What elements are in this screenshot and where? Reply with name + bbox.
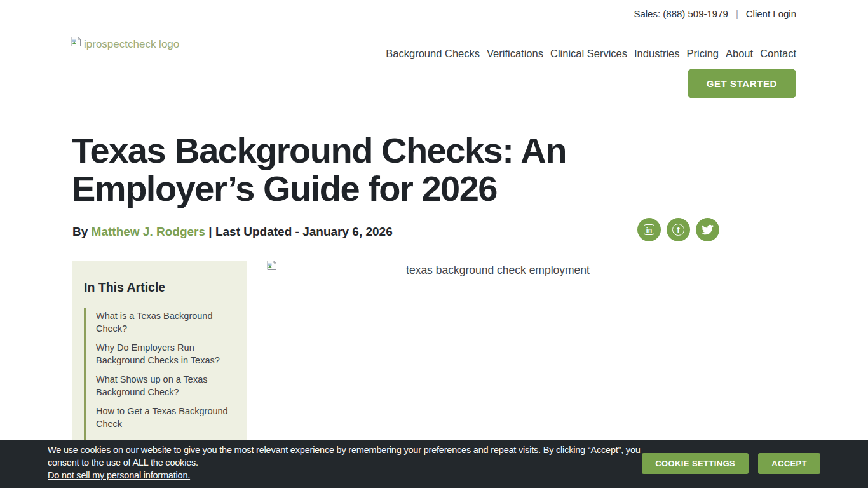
logo[interactable]: iprospectcheck logo [71, 37, 179, 51]
toc-item-what-is[interactable]: What is a Texas Background Check? [96, 309, 230, 335]
linkedin-icon: in [644, 224, 654, 235]
byline-meta: | Last Updated - January 6, 2026 [208, 225, 392, 238]
nav-clinical-services[interactable]: Clinical Services [550, 48, 627, 60]
facebook-share-button[interactable]: f [667, 218, 690, 241]
cookie-settings-button[interactable]: COOKIE SETTINGS [642, 453, 749, 474]
linkedin-share-button[interactable]: in [637, 218, 661, 241]
broken-image-icon [71, 37, 83, 50]
page-title-line2: Employer’s Guide for 2026 [72, 170, 566, 208]
author-link[interactable]: Matthew J. Rodgers [92, 225, 205, 238]
accept-button[interactable]: ACCEPT [758, 453, 820, 474]
main-nav: Background Checks Verifications Clinical… [386, 48, 796, 60]
broken-image-icon [267, 261, 278, 273]
byline: By Matthew J. Rodgers | Last Updated - J… [72, 225, 393, 239]
nav-verifications[interactable]: Verifications [487, 48, 543, 60]
page-title: Texas Background Checks: An Employer’s G… [72, 132, 566, 208]
cookie-banner: We use cookies on our website to give yo… [0, 440, 868, 488]
twitter-share-button[interactable] [696, 218, 719, 241]
nav-contact[interactable]: Contact [760, 48, 796, 60]
get-started-button[interactable]: GET STARTED [688, 69, 796, 98]
sales-phone: Sales: (888) 509-1979 [634, 8, 728, 19]
nav-industries[interactable]: Industries [634, 48, 680, 60]
hero-image-alt-text: texas background check employment [267, 264, 729, 277]
topbar: Sales: (888) 509-1979 | Client Login [634, 8, 796, 19]
client-login-link[interactable]: Client Login [746, 8, 796, 19]
page-title-line1: Texas Background Checks: An [72, 132, 566, 170]
hero-image: texas background check employment [267, 259, 729, 277]
twitter-icon [702, 224, 714, 236]
byline-prefix: By [72, 225, 88, 238]
logo-alt-text: iprospectcheck logo [84, 38, 179, 51]
toc-item-why-run[interactable]: Why Do Employers Run Background Checks i… [96, 341, 230, 367]
page: Sales: (888) 509-1979 | Client Login ipr… [0, 0, 868, 488]
facebook-icon: f [672, 224, 684, 236]
topbar-separator: | [736, 8, 738, 19]
toc-item-what-shows[interactable]: What Shows up on a Texas Background Chec… [96, 373, 230, 398]
do-not-sell-link[interactable]: Do not sell my personal information. [48, 470, 190, 480]
cookie-buttons: COOKIE SETTINGS ACCEPT [642, 453, 820, 474]
toc-list: What is a Texas Background Check? Why Do… [84, 308, 247, 445]
toc-heading: In This Article [84, 280, 247, 295]
cookie-message: We use cookies on our website to give yo… [48, 444, 645, 469]
social-share: in f [637, 218, 719, 241]
toc-item-how-to-get[interactable]: How to Get a Texas Background Check [96, 405, 230, 430]
nav-background-checks[interactable]: Background Checks [386, 48, 480, 60]
nav-about[interactable]: About [726, 48, 753, 60]
nav-pricing[interactable]: Pricing [687, 48, 719, 60]
